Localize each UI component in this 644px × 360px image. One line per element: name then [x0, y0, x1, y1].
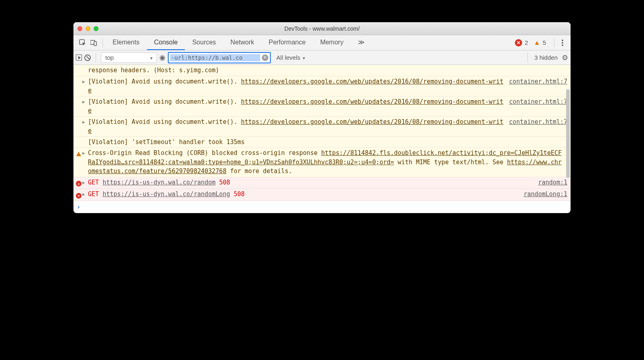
- minimize-button[interactable]: [86, 26, 90, 31]
- tab-performance[interactable]: Performance: [261, 35, 313, 50]
- console-toolbar: top -url:https://b.wal.co ✕ All levels 3…: [73, 50, 571, 65]
- console-row: ▶ [Violation] Avoid using document.write…: [73, 117, 571, 137]
- console-row: ✕ ▶ GET https://is-us-dyn.wal.co/randomL…: [73, 189, 571, 201]
- levels-label: All levels: [276, 54, 300, 61]
- window-title: DevTools - www.walmart.com/: [73, 25, 571, 32]
- hidden-count[interactable]: 3 hidden: [534, 54, 558, 61]
- console-prompt[interactable]: ›: [73, 201, 571, 213]
- console-row: ▶ [Violation] Avoid using document.write…: [73, 96, 571, 117]
- filter-input[interactable]: -url:https://b.wal.co ✕: [168, 52, 271, 63]
- request-url[interactable]: https://is-us-dyn.wal.co/randomLong: [102, 190, 230, 198]
- expand-icon[interactable]: ▶: [82, 97, 88, 106]
- tab-console[interactable]: Console: [147, 35, 185, 50]
- live-expression-icon[interactable]: [159, 53, 165, 62]
- device-toggle-icon[interactable]: [90, 40, 97, 46]
- source-link[interactable]: container.html:7: [509, 77, 568, 86]
- panel-tabs: Elements Console Sources Network Perform…: [73, 35, 571, 50]
- titlebar: DevTools - www.walmart.com/: [73, 22, 571, 35]
- traffic-lights: [77, 26, 98, 31]
- message-text: [Violation] Avoid using document.write()…: [88, 77, 509, 95]
- expand-icon[interactable]: ▶: [82, 190, 88, 198]
- chevron-down-icon: [150, 54, 153, 61]
- tab-list: Elements Console Sources Network Perform…: [105, 35, 372, 50]
- console-row: ▶ Cross-Origin Read Blocking (CORB) bloc…: [73, 148, 571, 177]
- maximize-button[interactable]: [94, 26, 98, 31]
- clear-filter-icon[interactable]: ✕: [262, 54, 268, 61]
- close-button[interactable]: [77, 26, 82, 31]
- message-text: [Violation] 'setTimeout' handler took 13…: [88, 138, 567, 147]
- expand-icon[interactable]: ▶: [82, 149, 88, 157]
- tabs-overflow[interactable]: ≫: [351, 35, 372, 50]
- log-levels-selector[interactable]: All levels: [276, 54, 305, 61]
- message-text: [Violation] Avoid using document.write()…: [88, 97, 509, 115]
- clear-console-icon[interactable]: [84, 54, 91, 61]
- message-text: response headers. (Host: s.yimg.com): [88, 66, 567, 75]
- expand-icon[interactable]: ▶: [82, 178, 88, 186]
- source-link[interactable]: container.html:7: [509, 117, 568, 127]
- warning-count: 5: [543, 39, 546, 46]
- request-url[interactable]: https://is-us-dyn.wal.co/random: [102, 179, 215, 186]
- settings-menu-icon[interactable]: [559, 40, 566, 46]
- message-text: Cross-Origin Read Blocking (CORB) blocke…: [88, 149, 567, 176]
- message-text: GET https://is-us-dyn.wal.co/randomLong …: [88, 190, 524, 199]
- devtools-window: DevTools - www.walmart.com/ Elements Con…: [73, 22, 571, 213]
- tab-sources[interactable]: Sources: [185, 35, 223, 50]
- expand-icon[interactable]: ▶: [82, 117, 88, 126]
- console-row: ✕ ▶ GET https://is-us-dyn.wal.co/random …: [73, 177, 571, 189]
- console-row: [Violation] 'setTimeout' handler took 13…: [73, 137, 571, 148]
- message-text: GET https://is-us-dyn.wal.co/random 508: [88, 178, 538, 187]
- chevron-down-icon: [303, 54, 305, 61]
- context-value: top: [105, 54, 114, 61]
- expand-icon[interactable]: ▶: [82, 77, 88, 86]
- prompt-icon: ›: [77, 203, 84, 212]
- sidebar-toggle-icon[interactable]: [76, 54, 82, 61]
- tab-network[interactable]: Network: [223, 35, 261, 50]
- error-icon: ✕: [75, 178, 82, 188]
- source-link[interactable]: random:1: [538, 178, 567, 187]
- warning-icon: [75, 149, 82, 159]
- console-messages: response headers. (Host: s.yimg.com) ▶ […: [73, 65, 571, 213]
- scrollbar[interactable]: [566, 89, 570, 178]
- error-count: 2: [525, 39, 528, 46]
- message-text: [Violation] Avoid using document.write()…: [88, 117, 509, 136]
- source-link[interactable]: randomLong:1: [524, 190, 567, 199]
- svg-rect-2: [94, 42, 96, 46]
- console-row: ▶ [Violation] Avoid using document.write…: [73, 76, 571, 96]
- tab-elements[interactable]: Elements: [105, 35, 147, 50]
- source-link[interactable]: container.html:7: [509, 97, 568, 107]
- console-row: response headers. (Host: s.yimg.com): [73, 65, 571, 76]
- warning-count-icon[interactable]: ▲: [534, 39, 540, 46]
- filter-value: -url:https://b.wal.co: [170, 54, 260, 61]
- inspect-icon[interactable]: [79, 39, 86, 46]
- context-selector[interactable]: top: [101, 52, 157, 63]
- tab-memory[interactable]: Memory: [313, 35, 351, 50]
- error-icon: ✕: [75, 190, 82, 200]
- gear-icon[interactable]: [562, 53, 568, 62]
- error-count-icon[interactable]: ✕: [515, 39, 522, 46]
